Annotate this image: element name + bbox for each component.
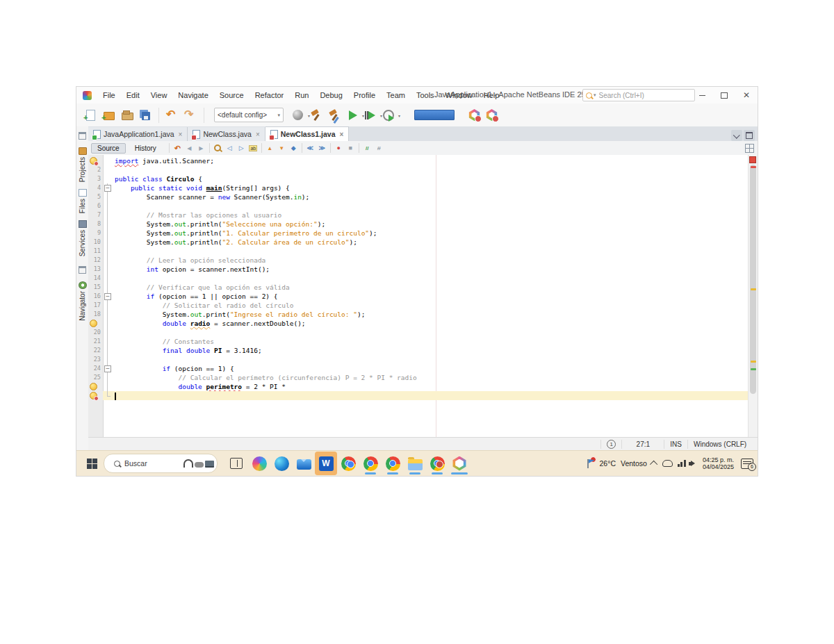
- notification-center-icon[interactable]: 6: [741, 459, 753, 469]
- quick-search[interactable]: ▾: [582, 89, 695, 101]
- minimize-button[interactable]: [691, 87, 713, 104]
- clean-and-build-button[interactable]: [327, 108, 342, 123]
- dock-minimize-icon[interactable]: [79, 266, 86, 274]
- line-number[interactable]: 22: [88, 346, 103, 355]
- menu-file[interactable]: File: [97, 89, 121, 101]
- dock-minimize-icon[interactable]: [79, 132, 86, 140]
- hint-error-icon[interactable]: [90, 392, 97, 399]
- error-indicator-icon[interactable]: [749, 156, 756, 163]
- start-button[interactable]: [87, 459, 97, 469]
- code-text[interactable]: public static void main(String[] args) {: [113, 183, 749, 192]
- sidebar-item-services[interactable]: Services: [79, 217, 87, 260]
- toggle-bookmark-button[interactable]: [288, 142, 300, 154]
- onedrive-icon[interactable]: [662, 460, 673, 467]
- toggle-highlight-button[interactable]: [247, 142, 259, 154]
- weather-icon[interactable]: [587, 459, 595, 468]
- sidebar-item-files[interactable]: Files: [79, 185, 87, 217]
- hint-error-icon[interactable]: [90, 157, 97, 165]
- code-line[interactable]: import java.util.Scanner;: [88, 156, 749, 165]
- code-line[interactable]: 4 public static void main(String[] args)…: [88, 183, 749, 192]
- scrollbar-thumb[interactable]: [750, 165, 756, 394]
- find-selection-button[interactable]: [212, 142, 224, 154]
- line-number[interactable]: 18: [88, 310, 103, 319]
- code-line[interactable]: 3public class Circulo {: [88, 174, 749, 183]
- line-number[interactable]: 17: [88, 301, 103, 310]
- code-text[interactable]: System.out.print("Ingrese el radio del c…: [113, 310, 749, 319]
- tab-list-button[interactable]: [731, 130, 742, 141]
- code-text[interactable]: System.out.println("Seleccione una opció…: [113, 220, 749, 229]
- code-line[interactable]: 24 if (opcion == 1) {: [88, 364, 749, 373]
- forward-button[interactable]: [195, 142, 207, 154]
- sidebar-item-navigator[interactable]: Navigator: [79, 278, 87, 324]
- hex-badge-1-icon[interactable]: [468, 109, 480, 121]
- config-select[interactable]: <default config>▾: [214, 108, 284, 122]
- next-bookmark-button[interactable]: [276, 142, 288, 154]
- task-view-button[interactable]: [230, 458, 243, 469]
- line-number[interactable]: 25: [88, 373, 103, 382]
- code-text[interactable]: // Solicitar el radio del círculo: [113, 301, 749, 310]
- open-project-button[interactable]: [120, 108, 135, 123]
- code-line[interactable]: 23: [88, 355, 749, 364]
- line-number[interactable]: [88, 382, 103, 391]
- code-text[interactable]: System.out.println("1. Calcular perimetr…: [113, 229, 749, 238]
- menu-view[interactable]: View: [145, 89, 173, 101]
- find-previous-button[interactable]: [224, 142, 236, 154]
- menu-navigate[interactable]: Navigate: [172, 89, 213, 101]
- line-number[interactable]: 4: [88, 183, 103, 192]
- undo-button[interactable]: [165, 108, 180, 123]
- code-line[interactable]: 6: [88, 201, 749, 210]
- comment-button[interactable]: [361, 142, 373, 154]
- line-number[interactable]: 16: [88, 292, 103, 301]
- tab-JavaApplication1.java[interactable]: JavaApplication1.java×: [88, 127, 188, 141]
- code-line[interactable]: 20: [88, 328, 749, 337]
- menu-team[interactable]: Team: [381, 89, 411, 101]
- menu-run[interactable]: Run: [289, 89, 314, 101]
- error-stripe-mark[interactable]: [751, 368, 756, 370]
- vertical-scrollbar[interactable]: [748, 155, 758, 438]
- split-editor-icon[interactable]: [745, 144, 754, 153]
- code-fold-toggle[interactable]: [103, 183, 113, 192]
- stop-macro-recording-button[interactable]: [345, 142, 357, 154]
- code-line[interactable]: 15 // Verificar que la opción es válida: [88, 283, 749, 292]
- code-text[interactable]: System.out.println("2. Calcular área de …: [113, 238, 749, 247]
- code-line[interactable]: 10 System.out.println("2. Calcular área …: [88, 238, 749, 247]
- find-next-button[interactable]: [236, 142, 247, 154]
- volume-icon[interactable]: [691, 461, 698, 466]
- line-number[interactable]: [88, 391, 103, 400]
- taskbar-app-chrome-2[interactable]: [359, 452, 382, 475]
- close-tab-icon[interactable]: ×: [256, 131, 260, 138]
- network-icon[interactable]: [678, 460, 686, 467]
- code-line[interactable]: 8 System.out.println("Seleccione una opc…: [88, 220, 749, 229]
- run-project-button[interactable]: ▾: [345, 108, 360, 123]
- new-project-button[interactable]: [101, 108, 117, 123]
- code-text[interactable]: if (opcion == 1 || opcion == 2) {: [113, 292, 749, 301]
- memory-indicator[interactable]: [414, 110, 455, 120]
- code-text[interactable]: if (opcion == 1) {: [113, 364, 749, 373]
- code-text[interactable]: [113, 328, 749, 337]
- taskbar-clock[interactable]: 04:25 p. m. 04/04/2025: [703, 456, 734, 470]
- code-fold-toggle[interactable]: [103, 364, 113, 373]
- shift-line-right-button[interactable]: [316, 142, 328, 154]
- history-view-button[interactable]: History: [129, 143, 163, 154]
- tray-overflow-icon[interactable]: [650, 461, 657, 468]
- code-line[interactable]: 25 // Calcular el perímetro (circunferen…: [88, 373, 749, 382]
- code-text[interactable]: double radio = scanner.nextDouble();: [113, 319, 749, 328]
- code-line[interactable]: 12 // Leer la opción seleccionada: [88, 256, 749, 265]
- weather-condition[interactable]: Ventoso: [621, 459, 647, 468]
- sidebar-item-projects[interactable]: Projects: [79, 144, 87, 185]
- maximize-editor-button[interactable]: [744, 130, 755, 141]
- line-number[interactable]: [88, 319, 103, 328]
- code-line[interactable]: 2: [88, 165, 749, 174]
- menu-refactor[interactable]: Refactor: [250, 89, 290, 101]
- taskbar-search-input[interactable]: [120, 459, 183, 468]
- code-line[interactable]: 18 System.out.print("Ingrese el radio de…: [88, 310, 749, 319]
- code-line[interactable]: 14: [88, 274, 749, 283]
- hex-badge-2-icon[interactable]: [486, 109, 498, 121]
- last-edit-button[interactable]: [172, 142, 183, 154]
- code-text[interactable]: // Mostrar las opciones al usuario: [113, 210, 749, 220]
- menu-profile[interactable]: Profile: [348, 89, 381, 101]
- code-text[interactable]: [113, 391, 749, 400]
- code-text[interactable]: // Verificar que la opción es válida: [113, 283, 749, 292]
- line-number[interactable]: 11: [88, 247, 103, 256]
- taskbar-app-explorer[interactable]: [404, 452, 426, 475]
